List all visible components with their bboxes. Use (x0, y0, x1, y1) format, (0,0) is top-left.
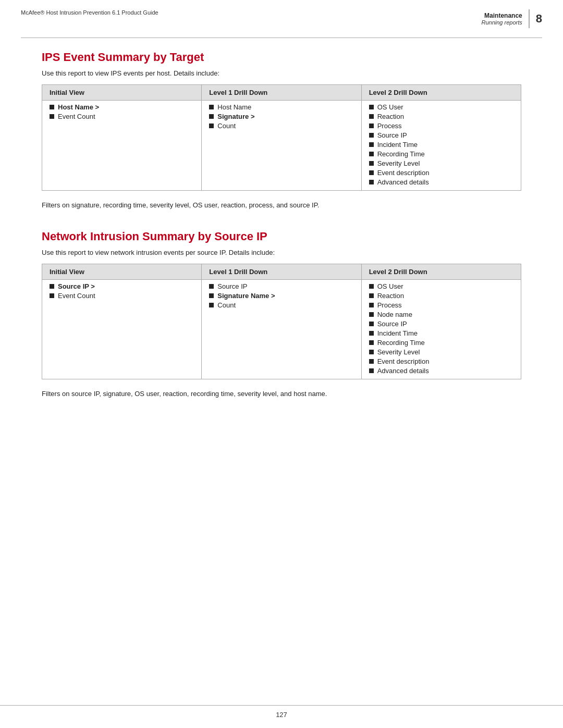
item-event-count-network: Event Count (58, 292, 95, 300)
table-ips: Initial View Level 1 Drill Down Level 2 … (42, 84, 521, 191)
list-item: Recording Time (369, 150, 513, 158)
bullet-icon (369, 293, 374, 298)
footer-page-number: 127 (276, 711, 287, 719)
col-initial-network: Source IP > Event Count (42, 279, 202, 379)
bullet-icon (50, 284, 54, 289)
section-title-network: Network Intrusion Summary by Source IP (42, 230, 521, 243)
list-item: Advanced details (369, 178, 513, 186)
list-item: Event description (369, 357, 513, 365)
bullet-icon (50, 293, 54, 298)
list-item: Signature Name > (209, 292, 353, 300)
list-item: Count (209, 301, 353, 309)
item-process-net: Process (377, 301, 402, 309)
item-host-name: Host Name > (58, 103, 99, 111)
section-title-ips: IPS Event Summary by Target (42, 51, 521, 64)
l2-list-network: OS User Reaction Process (369, 282, 513, 375)
bullet-icon (369, 331, 374, 336)
item-source-ip-net: Source IP (377, 320, 407, 328)
section-network-intrusion: Network Intrusion Summary by Source IP U… (42, 230, 521, 400)
list-item: OS User (369, 103, 513, 111)
list-item: Source IP > (50, 282, 194, 290)
initial-list-ips: Host Name > Event Count (50, 103, 194, 120)
item-event-count: Event Count (58, 113, 95, 120)
list-item: Severity Level (369, 159, 513, 167)
header-left-text: McAfee® Host Intrusion Prevention 6.1 Pr… (21, 9, 158, 16)
list-item: Host Name (209, 103, 353, 111)
section-desc-network: Use this report to view network intrusio… (42, 249, 521, 256)
item-reaction-net: Reaction (377, 292, 404, 300)
item-severity-level: Severity Level (377, 159, 420, 167)
section-desc-ips: Use this report to view IPS events per h… (42, 69, 521, 77)
bullet-icon (369, 152, 374, 156)
bullet-icon (369, 114, 374, 119)
filter-note-ips: Filters on signature, recording time, se… (42, 200, 521, 211)
bullet-icon (369, 322, 374, 326)
bullet-icon (369, 133, 374, 138)
col-l1-network: Source IP Signature Name > Count (202, 279, 361, 379)
item-signature-name: Signature Name > (217, 292, 275, 300)
list-item: Source IP (209, 282, 353, 290)
col-l2-ips: OS User Reaction Process (361, 101, 521, 191)
list-item: Host Name > (50, 103, 194, 111)
bullet-icon (209, 293, 214, 298)
item-node-name: Node name (377, 311, 412, 318)
page-header: McAfee® Host Intrusion Prevention 6.1 Pr… (0, 0, 563, 28)
item-count-network: Count (217, 301, 236, 309)
col-initial-ips: Host Name > Event Count (42, 101, 202, 191)
list-item: Process (369, 301, 513, 309)
bullet-icon (369, 303, 374, 307)
bullet-icon (209, 303, 214, 307)
item-event-desc-net: Event description (377, 357, 430, 365)
l2-list-ips: OS User Reaction Process (369, 103, 513, 186)
bullet-icon (369, 359, 374, 364)
page-footer: 127 (0, 705, 563, 719)
item-advanced-details-net: Advanced details (377, 367, 429, 375)
initial-list-network: Source IP > Event Count (50, 282, 194, 300)
table-network: Initial View Level 1 Drill Down Level 2 … (42, 264, 521, 379)
list-item: Incident Time (369, 329, 513, 337)
header-page-num: 8 (536, 12, 542, 26)
item-recording-time-net: Recording Time (377, 339, 425, 347)
bullet-icon (369, 142, 374, 147)
list-item: Recording Time (369, 339, 513, 347)
item-reaction: Reaction (377, 113, 404, 120)
bullet-icon (369, 124, 374, 128)
col-header-initial-2: Initial View (42, 264, 202, 279)
bullet-icon (209, 105, 214, 109)
col-l2-network: OS User Reaction Process (361, 279, 521, 379)
col-header-initial-1: Initial View (42, 85, 202, 101)
bullet-icon (369, 161, 374, 166)
list-item: Source IP (369, 320, 513, 328)
item-source-ip-l1: Source IP (217, 282, 247, 290)
item-process: Process (377, 122, 402, 130)
bullet-icon (369, 368, 374, 373)
list-item: Count (209, 122, 353, 130)
bullet-icon (369, 340, 374, 345)
col-header-l1-1: Level 1 Drill Down (202, 85, 361, 101)
item-severity-level-net: Severity Level (377, 348, 420, 356)
header-section-sub: Running reports (481, 19, 522, 26)
bullet-icon (369, 105, 374, 109)
table-row: Host Name > Event Count Ho (42, 101, 521, 191)
col-header-l2-1: Level 2 Drill Down (361, 85, 521, 101)
bullet-icon (209, 284, 214, 289)
col-header-l1-2: Level 1 Drill Down (202, 264, 361, 279)
list-item: Event description (369, 169, 513, 177)
item-source-ip: Source IP (377, 131, 407, 139)
list-item: Reaction (369, 292, 513, 300)
list-item: Advanced details (369, 367, 513, 375)
list-item: Event Count (50, 113, 194, 120)
section-ips-event-summary: IPS Event Summary by Target Use this rep… (42, 51, 521, 211)
main-content: IPS Event Summary by Target Use this rep… (0, 38, 563, 439)
item-host-name-l1: Host Name (217, 103, 251, 111)
item-recording-time: Recording Time (377, 150, 425, 158)
item-count: Count (217, 122, 236, 130)
bullet-icon (209, 114, 214, 119)
list-item: Incident Time (369, 141, 513, 149)
list-item: Event Count (50, 292, 194, 300)
item-advanced-details: Advanced details (377, 178, 429, 186)
item-os-user: OS User (377, 103, 403, 111)
bullet-icon (50, 105, 54, 109)
header-section-name: Maintenance (481, 12, 522, 19)
bullet-icon (209, 124, 214, 128)
